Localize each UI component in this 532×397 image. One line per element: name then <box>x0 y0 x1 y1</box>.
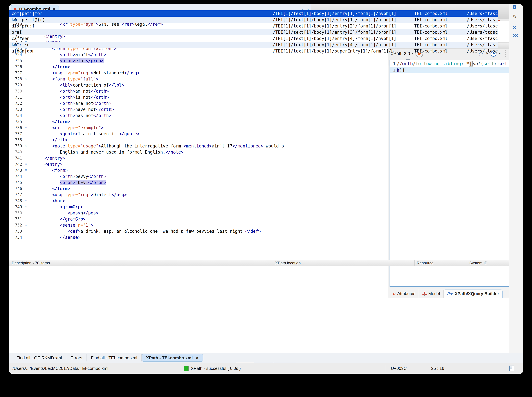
result-xpath-location: /TEI[1]/text[1]/body[1]/superEntry[1]/fo… <box>273 49 414 54</box>
results-system-header[interactable]: System ID <box>469 261 488 265</box>
xpath-builder-panel: XPath/XQuery Builder XPath 2.0 ▾ ☆ ▾ ▾ ⚙… <box>388 42 523 298</box>
xpath-expression-text: h)] <box>397 68 405 73</box>
builder-bottom-tabs: aAttributesModel//★XPath/XQuery Builder <box>388 288 502 298</box>
results-description-header[interactable]: Description - 70 items <box>12 261 50 265</box>
line-number: 730 <box>9 89 23 93</box>
result-xpath-location: /TEI[1]/text[1]/body[1]/entry[2]/form[1]… <box>273 24 414 28</box>
line-number: 737 <box>9 131 23 136</box>
status-unicode-codepoint: U+003C <box>391 366 407 371</box>
bottom-panel-tabs: Find all - GE.RKMD.xmlErrorsFind all - T… <box>9 353 523 363</box>
search-highlight: <pron>"bEvI</pron> <box>60 180 106 185</box>
builder-tab-xpath-xquery-builder[interactable]: //★XPath/XQuery Builder <box>444 290 502 298</box>
panel-tab-xpath-tei-combo-xml[interactable]: XPath - TEI-combo.xml✕ <box>142 354 203 362</box>
result-row[interactable]: ca|reen/TEI[1]/text[1]/body[1]/entry[4]/… <box>9 35 498 42</box>
remove-all-results-icon[interactable]: ✕✕ <box>512 33 517 38</box>
fold-toggle-icon[interactable]: ▽ <box>23 199 29 202</box>
highlight-pencil-icon[interactable]: ✎ <box>512 13 516 19</box>
result-xpath-location: /TEI[1]/text[1]/body[1]/entry[4]/form[1]… <box>273 36 414 41</box>
fold-toggle-icon[interactable]: ▽ <box>23 77 29 81</box>
line-number: 750 <box>9 211 23 215</box>
line-number: 751 <box>9 217 23 221</box>
notes-icon[interactable] <box>509 366 514 371</box>
results-xpath-header[interactable]: XPath location <box>275 261 301 265</box>
result-row[interactable]: a|ban|don/TEI[1]/text[1]/body[1]/superEn… <box>9 48 498 54</box>
line-number: 744 <box>9 174 23 179</box>
panel-tab-errors[interactable]: Errors <box>66 354 87 361</box>
result-description: k@"ri:n <box>9 42 273 47</box>
xpath-expression-line[interactable]: 1//orth/following-sibling::*[not(self::o… <box>390 60 521 67</box>
status-success-icon <box>184 366 189 371</box>
result-description: ca|reen <box>9 36 273 41</box>
result-system-id: /Users/ttasc <box>467 17 498 22</box>
toolbar-separator <box>505 50 507 57</box>
line-number: 752 <box>9 223 23 228</box>
status-message: XPath - successful ( 0.0s ) <box>191 366 241 371</box>
results-settings-icon[interactable]: ⚙ <box>512 5 517 10</box>
result-row[interactable]: k@"ri:n/TEI[1]/text[1]/body[1]/entry[4]/… <box>9 42 498 48</box>
line-number: 740 <box>9 150 23 154</box>
result-description: k@m"petit@(r) <box>9 17 273 22</box>
fold-toggle-icon[interactable]: ▽ <box>23 162 29 166</box>
close-tab-icon[interactable]: ✕ <box>195 355 199 360</box>
result-system-id: /Users/ttasc <box>467 30 498 35</box>
line-number: 742 <box>9 162 23 167</box>
result-resource: TEI-combo.xml <box>414 36 467 41</box>
xpath-line-number: 1 <box>390 68 397 73</box>
line-number: 741 <box>9 156 23 161</box>
fold-toggle-icon[interactable]: ▽ <box>23 223 29 227</box>
modified-indicator-icon <box>14 8 16 11</box>
line-number: 733 <box>9 107 23 112</box>
line-number: 743 <box>9 168 23 173</box>
line-number: 729 <box>9 83 23 87</box>
line-number: 726 <box>9 64 23 69</box>
fold-toggle-icon[interactable]: ▽ <box>23 144 29 148</box>
result-xpath-location: /TEI[1]/text[1]/body[1]/entry[3]/form[1]… <box>273 30 414 35</box>
result-description: breI <box>9 30 273 35</box>
panel-tab-find-all-ge-rkmd-xml[interactable]: Find all - GE.RKMD.xml <box>12 354 66 361</box>
search-highlight: <pron>eInt</pron> <box>60 58 104 63</box>
line-number: 738 <box>9 138 23 142</box>
result-system-id: /Users/ttasc <box>467 49 498 54</box>
line-number: 731 <box>9 95 23 99</box>
line-number: 747 <box>9 192 23 197</box>
line-number: 746 <box>9 186 23 191</box>
result-description: dIs"pru:f <box>9 24 273 28</box>
panel-tab-find-all-tei-combo-xml[interactable]: Find all - TEI-combo.xml <box>87 354 142 361</box>
line-number: 728 <box>9 77 23 81</box>
line-number: 735 <box>9 119 23 124</box>
builder-tab-attributes[interactable]: aAttributes <box>390 289 419 298</box>
result-xpath-location: /TEI[1]/text[1]/body[1]/entry[4]/form[1]… <box>273 42 414 47</box>
status-file-path: /Users/.../Events/LexMC2017/Data/TEI-com… <box>12 366 108 371</box>
result-row[interactable]: com|peti|tor/TEI[1]/text[1]/body[1]/entr… <box>9 10 498 17</box>
result-row[interactable]: breI/TEI[1]/text[1]/body[1]/entry[3]/for… <box>9 29 498 35</box>
result-system-id: /Users/ttasc <box>467 42 498 47</box>
result-description: a|ban|don <box>9 49 273 54</box>
result-system-id: /Users/ttasc <box>467 24 498 28</box>
fold-toggle-icon[interactable]: ▽ <box>23 126 29 129</box>
line-number: 754 <box>9 235 23 240</box>
xpath-expression-line[interactable]: 1h)] <box>390 67 521 73</box>
line-number: 748 <box>9 198 23 203</box>
result-row[interactable]: k@m"petit@(r)/TEI[1]/text[1]/body[1]/ent… <box>9 17 498 23</box>
app-window: TEI-combo.xml [/Users/ttasovac/Developme… <box>9 4 523 374</box>
xpath-expression-editor[interactable]: 1//orth/following-sibling::*[not(self::o… <box>390 60 521 287</box>
fold-toggle-icon[interactable]: ▽ <box>23 168 29 172</box>
result-resource: TEI-combo.xml <box>414 11 467 16</box>
remove-result-icon[interactable]: ✕ <box>512 25 516 31</box>
results-resource-header[interactable]: Resource <box>417 261 434 265</box>
fold-toggle-icon[interactable]: ▽ <box>23 205 29 209</box>
result-resource: TEI-combo.xml <box>414 24 467 28</box>
line-number: 745 <box>9 180 23 185</box>
result-resource: TEI-combo.xml <box>414 17 467 22</box>
result-description: com|peti|tor <box>9 11 273 16</box>
results-header-row[interactable]: Description - 70 items XPath location Re… <box>9 260 512 266</box>
line-number: 736 <box>9 125 23 130</box>
result-xpath-location: /TEI[1]/text[1]/body[1]/entry[1]/form[1]… <box>273 11 414 16</box>
results-side-rail: ⚙ ✎ ✕ ✕✕ <box>509 4 523 374</box>
status-caret-position: 25 : 16 <box>431 366 444 371</box>
chevron-down-icon[interactable]: ▾ <box>499 52 501 56</box>
result-xpath-location: /TEI[1]/text[1]/body[1]/entry[1]/form[1]… <box>273 17 414 22</box>
line-number: 725 <box>9 58 23 63</box>
result-row[interactable]: dIs"pru:f/TEI[1]/text[1]/body[1]/entry[2… <box>9 23 498 29</box>
builder-tab-model[interactable]: Model <box>419 290 444 298</box>
